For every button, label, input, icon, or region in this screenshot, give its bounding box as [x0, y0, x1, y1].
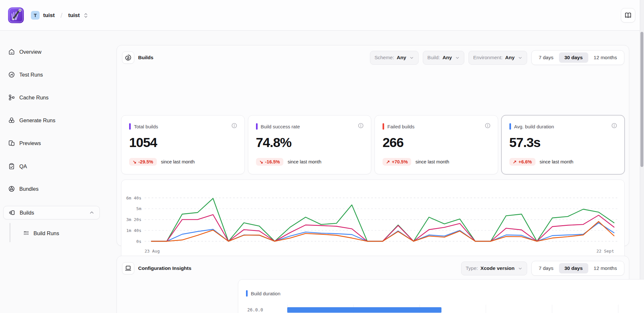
svg-text:3m 20s: 3m 20s	[126, 217, 141, 222]
builds-icon	[8, 209, 15, 216]
type-filter-dropdown[interactable]: Type: Xcode version	[461, 262, 527, 275]
book-icon	[624, 12, 632, 19]
bar-category-label: 26.0.0	[247, 307, 263, 312]
sidebar-item-build-runs[interactable]: Build Runs	[23, 230, 59, 237]
delta-value: -29.5%	[138, 159, 153, 164]
chevron-down-icon	[409, 55, 414, 60]
environment-filter-dropdown[interactable]: Environment: Any	[469, 51, 527, 65]
sidebar-item-cache-runs[interactable]: Cache Runs	[8, 94, 49, 101]
clipboard-check-icon	[8, 163, 15, 170]
sidebar-item-previews[interactable]: Previews	[8, 140, 41, 147]
home-icon	[8, 48, 15, 55]
range-option-12-months[interactable]: 12 months	[588, 52, 622, 63]
delta-badge: ↘-29.5%	[129, 158, 157, 166]
sidebar-item-label: QA	[19, 163, 27, 170]
sidebar-item-label: Bundles	[19, 186, 39, 192]
delta-note: since last month	[161, 159, 195, 164]
scheme-filter-dropdown[interactable]: Scheme: Any	[370, 51, 419, 65]
configuration-insights-panel: Configuration Insights Type: Xcode versi…	[117, 256, 629, 313]
metric-marker	[383, 123, 384, 130]
trend-arrow-icon: ↗	[513, 159, 517, 164]
metric-cards-row: Total builds 1054 ↘-29.5% since last mon…	[121, 115, 625, 174]
metric-value: 1054	[129, 135, 237, 150]
filter-value: Xcode version	[480, 265, 515, 271]
info-icon[interactable]	[358, 123, 364, 129]
metric-card[interactable]: Total builds 1054 ↘-29.5% since last mon…	[121, 115, 245, 174]
workspace-avatar[interactable]: T	[31, 11, 40, 20]
bar-chart-title: Build duration	[251, 291, 280, 296]
chevron-up-icon[interactable]	[89, 210, 95, 216]
sidebar-item-label: Test Runs	[19, 72, 43, 78]
info-icon[interactable]	[485, 123, 491, 129]
circles-icon	[8, 117, 15, 124]
chevron-down-icon	[518, 266, 523, 271]
trend-arrow-icon: ↘	[133, 159, 137, 164]
range-option-30-days[interactable]: 30 days	[559, 263, 588, 273]
filter-label: Type:	[466, 265, 478, 271]
range-option-12-months[interactable]: 12 months	[588, 263, 622, 273]
workflow-icon	[8, 94, 15, 101]
metric-value: 266	[383, 135, 490, 150]
vertical-scrollbar-thumb[interactable]	[640, 32, 643, 167]
list-rows-icon	[23, 230, 30, 237]
documentation-button[interactable]	[621, 8, 635, 23]
svg-text:6m 40s: 6m 40s	[126, 196, 141, 200]
delta-value: +70.5%	[392, 159, 408, 164]
range-option-30-days[interactable]: 30 days	[559, 52, 588, 63]
top-header: T tuist / tuist	[0, 0, 644, 31]
sidebar-item-label: Generate Runs	[19, 117, 55, 124]
sidebar-item-test-runs[interactable]: Test Runs	[8, 71, 43, 78]
delta-note: since last month	[415, 159, 449, 164]
bar-chart-marker	[246, 290, 248, 297]
devices-icon	[8, 140, 15, 147]
breadcrumb: T tuist / tuist	[31, 0, 88, 31]
range-option-7-days[interactable]: 7 days	[533, 52, 559, 63]
bar-26-0-0[interactable]	[287, 307, 441, 313]
builds-panel-icon-button[interactable]	[122, 51, 134, 64]
sidebar-item-overview[interactable]: Overview	[8, 48, 42, 55]
build-filter-dropdown[interactable]: Build: Any	[423, 51, 464, 65]
bundle-icon	[8, 185, 15, 192]
project-name[interactable]: tuist	[68, 12, 80, 19]
sidebar-item-label: Previews	[19, 140, 41, 146]
filter-label: Build:	[427, 55, 440, 60]
info-icon[interactable]	[611, 123, 617, 129]
filter-label: Scheme:	[374, 55, 394, 60]
metric-card[interactable]: Avg. build duration 57.3s ↗+6.6% since l…	[501, 115, 625, 174]
sidebar-item-label: Cache Runs	[19, 95, 49, 101]
xcode-version-bar-chart-card: Build duration 26.0.0	[238, 279, 644, 313]
metric-marker	[256, 123, 258, 130]
metric-card[interactable]: Build success rate 74.8% ↘-16.5% since l…	[248, 115, 372, 174]
trend-arrow-icon: ↗	[386, 159, 390, 164]
sidebar-item-qa[interactable]: QA	[8, 163, 27, 170]
metric-title: Failed builds	[387, 124, 414, 129]
metric-marker	[129, 123, 131, 130]
date-range-segmented-control: 7 days 30 days 12 months	[531, 50, 624, 65]
sidebar-item-label: Build Runs	[33, 230, 59, 236]
sidebar-item-builds[interactable]: Builds	[3, 206, 100, 219]
project-switcher-icon[interactable]	[83, 13, 88, 18]
svg-text:23 Aug: 23 Aug	[145, 249, 160, 253]
info-icon[interactable]	[231, 123, 237, 129]
breadcrumb-separator: /	[58, 12, 65, 19]
svg-text:1m 40s: 1m 40s	[126, 228, 141, 233]
metric-card[interactable]: Failed builds 266 ↗+70.5% since last mon…	[374, 115, 498, 174]
subtree-guide-line	[10, 223, 10, 242]
range-option-7-days[interactable]: 7 days	[533, 263, 559, 273]
build-duration-trend-svg[interactable]: 6m 40s5m3m 20s1m 40s0s23 Aug22 Sept	[121, 180, 624, 257]
metric-value: 57.3s	[509, 135, 617, 150]
sidebar-item-label: Overview	[19, 49, 42, 55]
delta-note: since last month	[540, 159, 573, 164]
date-range-segmented-control: 7 days 30 days 12 months	[531, 261, 624, 276]
svg-text:0s: 0s	[136, 239, 141, 244]
sidebar-item-bundles[interactable]: Bundles	[8, 185, 39, 192]
metric-title: Build success rate	[261, 124, 300, 129]
workspace-name[interactable]: tuist	[43, 12, 55, 19]
configuration-insights-icon-button[interactable]	[122, 262, 134, 274]
tuist-logo[interactable]	[8, 7, 24, 23]
builds-panel-header: Builds Scheme: Any Build: Any Environmen…	[117, 45, 629, 65]
filter-value: Any	[442, 55, 452, 60]
sidebar-item-generate-runs[interactable]: Generate Runs	[8, 117, 55, 124]
vertical-scrollbar-track[interactable]	[640, 0, 644, 313]
bar-chart-row[interactable]: 26.0.0	[238, 307, 644, 313]
